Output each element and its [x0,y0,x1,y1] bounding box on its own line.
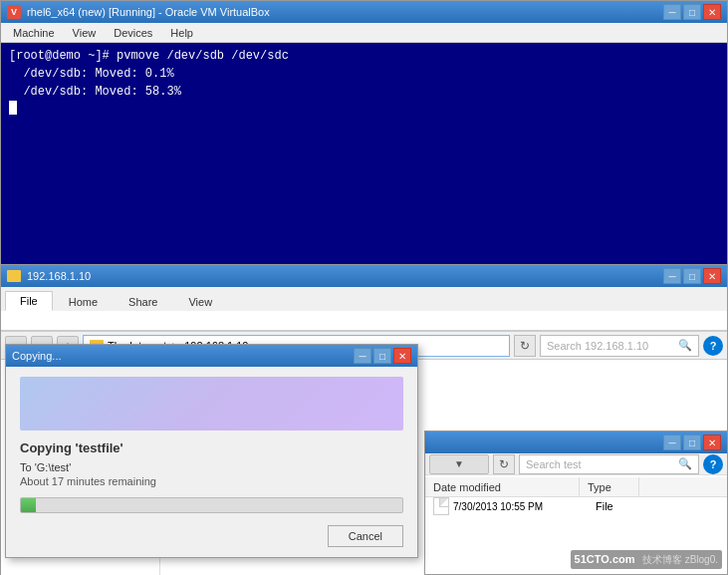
folder-title-icon [7,270,21,282]
copy-restore-btn[interactable]: □ [373,348,391,364]
explorer-minimize-btn[interactable]: ─ [663,268,681,284]
refresh-btn[interactable]: ↻ [514,335,536,357]
menu-view[interactable]: View [65,25,105,41]
explorer-title-left: 192.168.1.10 [7,270,91,282]
copy-dialog-titlebar: Copying... ─ □ ✕ [6,345,417,367]
copy-minimize-btn[interactable]: ─ [354,348,371,364]
copy-buttons: Cancel [20,525,403,547]
copy-title-main: Copying 'testfile' [20,440,403,455]
copy-banner [20,377,403,431]
virtualbox-window: V rhel6_x64 (new) [Running] - Oracle VM … [0,0,728,264]
vbox-title-left: V rhel6_x64 (new) [Running] - Oracle VM … [7,5,270,19]
ribbon: File Home Share View [1,287,727,332]
bottom-close-btn[interactable]: ✕ [703,434,721,450]
bottom-table-header: Date modified Type [425,477,727,497]
vbox-minimize-btn[interactable]: ─ [663,4,681,20]
row-file-info: 7/30/2013 10:55 PM [433,497,588,515]
copy-destination: To 'G:\test' [20,461,403,473]
copy-body: Copying 'testfile' To 'G:\test' About 17… [6,367,417,557]
copy-dialog-controls: ─ □ ✕ [354,348,411,364]
copy-dialog: Copying... ─ □ ✕ Copying 'testfile' To '… [5,344,418,558]
bottom-search-box[interactable]: Search test 🔍 [519,454,699,474]
explorer-bottom-window: ─ □ ✕ ▼ ↻ Search test 🔍 ? Date modified … [424,431,728,575]
copy-dialog-title: Copying... [12,350,62,362]
terminal-line-2: /dev/sdb: Moved: 0.1% [9,65,719,83]
bottom-minimize-btn[interactable]: ─ [663,434,681,450]
vbox-restore-btn[interactable]: □ [683,4,701,20]
terminal-cursor-line [9,101,719,115]
terminal-area: [root@demo ~]# pvmove /dev/sdb /dev/sdc … [1,43,727,265]
progress-bar-container [20,497,403,513]
copy-close-btn[interactable]: ✕ [393,348,411,364]
tab-file[interactable]: File [5,291,53,311]
tab-share[interactable]: Share [114,292,172,311]
bottom-search-icon: 🔍 [678,457,692,470]
bottom-search-placeholder: Search test [526,458,582,470]
bottom-help-btn[interactable]: ? [703,454,723,474]
menu-machine[interactable]: Machine [5,25,63,41]
col-type[interactable]: Type [580,477,639,496]
vbox-close-btn[interactable]: ✕ [703,4,721,20]
bottom-dropdown-btn[interactable]: ▼ [429,454,489,474]
explorer-controls: ─ □ ✕ [663,268,721,284]
bottom-toolbar: ▼ ↻ Search test 🔍 ? [425,453,727,475]
tab-view[interactable]: View [173,292,227,311]
cancel-button[interactable]: Cancel [328,525,403,547]
terminal-line-3: /dev/sdb: Moved: 58.3% [9,83,719,101]
help-btn[interactable]: ? [703,336,723,356]
row-date: 7/30/2013 10:55 PM [453,501,543,512]
table-row[interactable]: 7/30/2013 10:55 PM File [425,497,727,515]
search-placeholder: Search 192.168.1.10 [547,340,648,352]
row-file-icon [433,497,449,515]
vbox-app-icon: V [7,5,21,19]
search-icon: 🔍 [678,339,692,352]
ribbon-content-area [1,311,727,331]
vbox-title-text: rhel6_x64 (new) [Running] - Oracle VM Vi… [27,6,270,18]
search-box[interactable]: Search 192.168.1.10 🔍 [540,335,699,357]
copy-time-remaining: About 17 minutes remaining [20,475,403,487]
explorer-bottom-titlebar: ─ □ ✕ [425,431,727,453]
terminal-line-1: [root@demo ~]# pvmove /dev/sdb /dev/sdc [9,47,719,65]
bottom-restore-btn[interactable]: □ [683,434,701,450]
vbox-titlebar: V rhel6_x64 (new) [Running] - Oracle VM … [1,1,727,23]
tab-home[interactable]: Home [54,292,113,311]
explorer-bottom-controls: ─ □ ✕ [663,434,721,450]
explorer-title-text: 192.168.1.10 [27,270,91,282]
explorer-close-btn[interactable]: ✕ [703,268,721,284]
vbox-controls: ─ □ ✕ [663,4,721,20]
explorer-titlebar: 192.168.1.10 ─ □ ✕ [1,265,727,287]
bottom-content: Date modified Type 7/30/2013 10:55 PM Fi… [425,475,727,517]
row-type: File [588,500,613,512]
col-date-modified[interactable]: Date modified [425,477,580,496]
progress-bar-fill [21,498,36,512]
bottom-refresh-btn[interactable]: ↻ [493,454,515,474]
ribbon-tabs: File Home Share View [1,287,727,311]
menu-devices[interactable]: Devices [106,25,160,41]
vbox-menubar: Machine View Devices Help [1,23,727,43]
menu-help[interactable]: Help [162,25,201,41]
cursor-blink [9,101,17,115]
explorer-restore-btn[interactable]: □ [683,268,701,284]
